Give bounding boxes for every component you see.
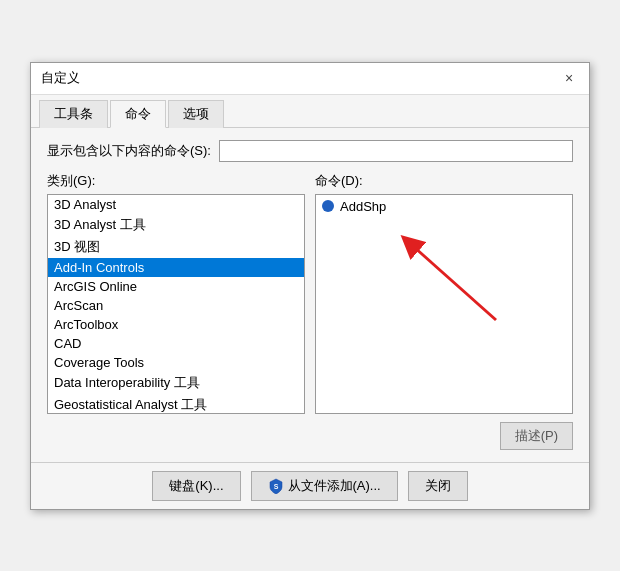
commands-listbox[interactable]: AddShp bbox=[315, 194, 573, 414]
search-row: 显示包含以下内容的命令(S): bbox=[47, 140, 573, 162]
add-from-file-label: 从文件添加(A)... bbox=[288, 477, 381, 495]
dialog: 自定义 × 工具条 命令 选项 显示包含以下内容的命令(S): 类别(G): 3… bbox=[30, 62, 590, 510]
list-item[interactable]: ArcToolbox bbox=[48, 315, 304, 334]
left-panel: 类别(G): 3D Analyst3D Analyst 工具3D 视图Add-I… bbox=[47, 172, 305, 414]
bottom-bar: 键盘(K)... S 从文件添加(A)... 关闭 bbox=[31, 462, 589, 509]
category-listbox[interactable]: 3D Analyst3D Analyst 工具3D 视图Add-In Contr… bbox=[47, 194, 305, 414]
search-input[interactable] bbox=[219, 140, 573, 162]
list-item[interactable]: 3D 视图 bbox=[48, 236, 304, 258]
svg-line-1 bbox=[414, 247, 496, 320]
svg-text:S: S bbox=[273, 483, 278, 490]
keyboard-label: 键盘(K)... bbox=[169, 477, 223, 495]
command-dot-icon bbox=[322, 200, 334, 212]
close-label: 关闭 bbox=[425, 477, 451, 495]
command-item[interactable]: AddShp bbox=[316, 195, 572, 218]
list-item[interactable]: 3D Analyst 工具 bbox=[48, 214, 304, 236]
close-dialog-button[interactable]: 关闭 bbox=[408, 471, 468, 501]
category-label: 类别(G): bbox=[47, 172, 305, 190]
dialog-title: 自定义 bbox=[41, 69, 80, 87]
close-button[interactable]: × bbox=[559, 68, 579, 88]
shield-icon: S bbox=[268, 478, 284, 494]
list-item[interactable]: 3D Analyst bbox=[48, 195, 304, 214]
title-bar: 自定义 × bbox=[31, 63, 589, 95]
tab-command[interactable]: 命令 bbox=[110, 100, 166, 128]
describe-button[interactable]: 描述(P) bbox=[500, 422, 573, 450]
commands-label: 命令(D): bbox=[315, 172, 573, 190]
tab-toolbar[interactable]: 工具条 bbox=[39, 100, 108, 128]
content-area: 显示包含以下内容的命令(S): 类别(G): 3D Analyst3D Anal… bbox=[31, 128, 589, 462]
right-panel: 命令(D): AddShp bbox=[315, 172, 573, 414]
arrow-annotation bbox=[396, 225, 516, 338]
list-item[interactable]: Data Interoperability 工具 bbox=[48, 372, 304, 394]
tab-bar: 工具条 命令 选项 bbox=[31, 95, 589, 128]
search-label: 显示包含以下内容的命令(S): bbox=[47, 142, 211, 160]
list-item[interactable]: Add-In Controls bbox=[48, 258, 304, 277]
describe-row: 描述(P) bbox=[47, 422, 573, 450]
list-item[interactable]: ArcGIS Online bbox=[48, 277, 304, 296]
list-item[interactable]: ArcScan bbox=[48, 296, 304, 315]
red-arrow-icon bbox=[396, 225, 516, 335]
columns: 类别(G): 3D Analyst3D Analyst 工具3D 视图Add-I… bbox=[47, 172, 573, 414]
keyboard-button[interactable]: 键盘(K)... bbox=[152, 471, 240, 501]
command-name: AddShp bbox=[340, 199, 386, 214]
tab-options[interactable]: 选项 bbox=[168, 100, 224, 128]
list-item[interactable]: CAD bbox=[48, 334, 304, 353]
add-from-file-button[interactable]: S 从文件添加(A)... bbox=[251, 471, 398, 501]
list-item[interactable]: Geostatistical Analyst 工具 bbox=[48, 394, 304, 414]
list-item[interactable]: Coverage Tools bbox=[48, 353, 304, 372]
